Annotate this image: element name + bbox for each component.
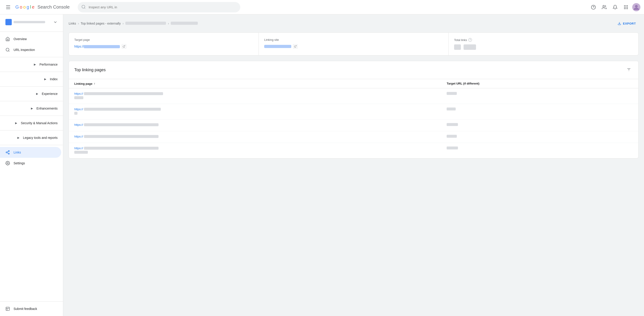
svg-point-16 xyxy=(8,151,10,152)
nav-divider-2 xyxy=(0,72,63,72)
sidebar-item-links[interactable]: Links xyxy=(0,147,61,158)
breadcrumb-url[interactable] xyxy=(125,22,166,25)
sidebar-item-label: Security & Manual Actions xyxy=(21,121,58,125)
nav-divider-7 xyxy=(0,145,63,145)
svg-line-27 xyxy=(295,45,296,47)
sidebar-item-url-inspection[interactable]: URL inspection xyxy=(0,44,61,55)
info-card-total-links: Total links ? xyxy=(449,33,638,55)
sidebar-item-label: Enhancements xyxy=(36,107,58,110)
svg-point-17 xyxy=(6,152,7,153)
linking-site-label: Linking site xyxy=(264,38,443,41)
sidebar-item-label: Settings xyxy=(14,161,25,165)
sidebar-item-label: Experience xyxy=(42,92,58,96)
search-console-admin-button[interactable] xyxy=(600,3,609,12)
notifications-button[interactable] xyxy=(610,3,620,12)
property-name xyxy=(14,21,51,23)
svg-rect-9 xyxy=(627,7,628,8)
table-row[interactable]: https:// xyxy=(69,143,638,158)
filter-button[interactable] xyxy=(625,66,633,74)
export-button[interactable]: EXPORT xyxy=(615,20,638,27)
sidebar-item-label: Links xyxy=(14,151,21,154)
total-links-info-icon[interactable]: ? xyxy=(468,38,472,42)
breadcrumb-top-linked[interactable]: Top linked pages - externally xyxy=(80,22,120,25)
sidebar-item-index[interactable]: ▶ Index xyxy=(0,74,63,85)
help-button[interactable] xyxy=(589,3,598,12)
breadcrumb-sep-1: › xyxy=(78,22,79,25)
nav-divider-top xyxy=(0,31,63,32)
menu-button[interactable] xyxy=(4,3,13,12)
sidebar: Overview URL inspection ▶ Performance ▶ … xyxy=(0,14,63,316)
sidebar-item-legacy[interactable]: ▶ Legacy tools and reports xyxy=(0,132,63,143)
app-body: Overview URL inspection ▶ Performance ▶ … xyxy=(0,14,644,316)
nav-divider-3 xyxy=(0,86,63,87)
cell-target-url xyxy=(447,135,633,138)
svg-line-19 xyxy=(7,153,8,153)
table-header: Top linking pages xyxy=(69,61,638,79)
info-card-linking-site: Linking site xyxy=(259,33,449,55)
sidebar-item-settings[interactable]: Settings xyxy=(0,158,61,168)
app-logo: Google Search Console xyxy=(15,4,70,10)
table-columns-header: Linking page ↑ Target URL (if different) xyxy=(69,79,638,88)
svg-rect-8 xyxy=(626,7,626,8)
cell-linking-page: https:// xyxy=(74,108,447,116)
user-avatar[interactable] xyxy=(632,3,640,11)
url-inspect-input[interactable] xyxy=(78,2,240,12)
app-header: Google Search Console xyxy=(0,0,644,14)
chevron-right-icon: ▶ xyxy=(15,122,17,125)
search-bar xyxy=(78,2,240,12)
sidebar-item-overview[interactable]: Overview xyxy=(0,34,61,44)
svg-point-21 xyxy=(7,163,8,164)
table-row[interactable]: https:// xyxy=(69,131,638,143)
sidebar-item-enhancements[interactable]: ▶ Enhancements xyxy=(0,103,63,114)
cell-target-url xyxy=(447,147,633,150)
sidebar-item-label: Index xyxy=(50,77,58,81)
svg-rect-12 xyxy=(627,8,628,9)
hamburger-icon xyxy=(6,5,10,9)
external-link-icon[interactable] xyxy=(122,44,126,49)
cell-linking-page: https:// xyxy=(74,123,447,127)
sidebar-item-label: Overview xyxy=(14,37,27,41)
svg-point-15 xyxy=(6,48,9,51)
total-links-label: Total links ? xyxy=(454,38,633,42)
feedback-icon xyxy=(6,307,10,311)
chevron-right-icon: ▶ xyxy=(31,107,33,110)
svg-rect-22 xyxy=(6,307,10,311)
external-link-icon-2[interactable] xyxy=(293,44,298,49)
cell-target-url xyxy=(447,108,633,111)
sidebar-item-experience[interactable]: ▶ Experience xyxy=(0,88,63,99)
linking-site-value xyxy=(264,44,443,49)
chevron-right-icon: ▶ xyxy=(34,63,36,66)
sidebar-item-label: Legacy tools and reports xyxy=(23,136,58,140)
sidebar-item-performance[interactable]: ▶ Performance xyxy=(0,59,63,70)
main-content: Links › Top linked pages - externally › … xyxy=(63,14,644,316)
download-icon xyxy=(618,22,621,25)
property-selector[interactable] xyxy=(2,17,61,29)
svg-point-14 xyxy=(635,5,638,8)
apps-button[interactable] xyxy=(622,3,630,12)
nav-divider-1 xyxy=(0,57,63,57)
table-row[interactable]: https:// xyxy=(69,88,638,104)
sidebar-item-security[interactable]: ▶ Security & Manual Actions xyxy=(0,118,63,129)
export-label: EXPORT xyxy=(623,22,636,25)
table-row[interactable]: https:// xyxy=(69,104,638,120)
svg-rect-10 xyxy=(624,8,625,9)
cell-target-url xyxy=(447,92,633,96)
svg-rect-11 xyxy=(626,8,626,9)
cell-linking-page: https:// xyxy=(74,135,447,139)
links-icon xyxy=(6,150,10,155)
top-linking-pages-table: Top linking pages Linking page ↑ Target … xyxy=(69,61,638,158)
breadcrumb-links[interactable]: Links xyxy=(69,22,76,25)
svg-point-3 xyxy=(603,5,604,7)
cell-target-url xyxy=(447,123,633,127)
col-header-linking-page[interactable]: Linking page ↑ xyxy=(74,82,447,85)
target-page-value: https:// xyxy=(74,44,253,49)
svg-point-18 xyxy=(8,153,10,154)
target-page-link[interactable]: https:// xyxy=(74,45,120,48)
gear-icon xyxy=(6,161,10,165)
svg-line-26 xyxy=(124,45,125,47)
table-row[interactable]: https:// xyxy=(69,120,638,131)
nav-divider-5 xyxy=(0,116,63,116)
svg-rect-4 xyxy=(624,5,625,6)
svg-rect-6 xyxy=(627,5,628,6)
submit-feedback-button[interactable]: Submit feedback xyxy=(0,303,61,314)
